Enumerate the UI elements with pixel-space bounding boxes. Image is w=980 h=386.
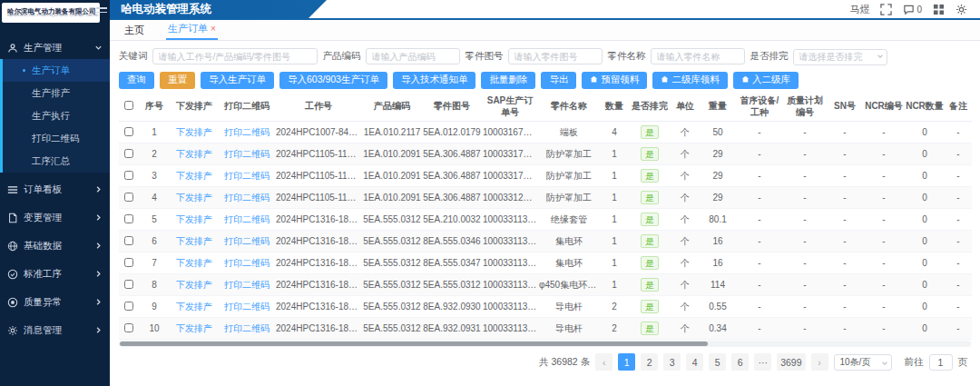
column-header[interactable]: SAP生产订单号 bbox=[482, 93, 538, 122]
column-header[interactable]: 首序设备/工种 bbox=[736, 93, 783, 122]
issue-scheduling-link[interactable]: 下发排产 bbox=[176, 214, 212, 224]
row-checkbox[interactable] bbox=[124, 127, 133, 136]
page-button-4[interactable]: 4 bbox=[686, 353, 703, 371]
print-qrcode-link[interactable]: 打印二维码 bbox=[224, 258, 270, 268]
重置-button[interactable]: 重置 bbox=[160, 72, 195, 89]
filter-input-关键词[interactable] bbox=[152, 48, 318, 64]
next-page-button[interactable]: › bbox=[811, 353, 828, 371]
row-checkbox[interactable] bbox=[124, 280, 133, 289]
column-header[interactable]: NCR数量 bbox=[905, 93, 945, 122]
issue-scheduling-link[interactable]: 下发排产 bbox=[176, 127, 212, 137]
sidebar-group-生产管理[interactable]: 生产管理 bbox=[0, 36, 110, 59]
row-checkbox[interactable] bbox=[124, 236, 133, 245]
issue-scheduling-link[interactable]: 下发排产 bbox=[176, 258, 212, 268]
page-button-3699[interactable]: 3699 bbox=[777, 353, 805, 371]
column-header[interactable]: 工作号 bbox=[275, 93, 362, 122]
row-checkbox[interactable] bbox=[124, 214, 133, 223]
row-checkbox[interactable] bbox=[124, 149, 133, 158]
print-qrcode-link[interactable]: 打印二维码 bbox=[224, 214, 270, 224]
查询-button[interactable]: 查询 bbox=[119, 72, 154, 89]
预留领料-button[interactable]: 预留领料 bbox=[582, 72, 647, 89]
sidebar-item-生产排产[interactable]: 生产排产 bbox=[3, 82, 110, 104]
sidebar-group-质量异常[interactable]: 质量异常 bbox=[0, 291, 110, 313]
filter-input-产品编码[interactable] bbox=[366, 48, 460, 64]
settings-gear-icon[interactable] bbox=[956, 4, 967, 15]
sidebar-item-打印二维码[interactable]: 打印二维码 bbox=[3, 127, 110, 150]
row-checkbox[interactable] bbox=[124, 302, 133, 311]
row-checkbox[interactable] bbox=[124, 171, 133, 180]
tab-主页[interactable]: 主页 bbox=[122, 21, 146, 40]
issue-scheduling-link[interactable]: 下发排产 bbox=[176, 323, 212, 333]
cell-sn: - bbox=[827, 144, 863, 165]
sidebar-group-标准工序[interactable]: 标准工序 bbox=[0, 262, 110, 285]
导入生产订单-button[interactable]: 导入生产订单 bbox=[201, 72, 274, 89]
fullscreen-icon[interactable] bbox=[880, 4, 892, 15]
column-header[interactable]: NCR编号 bbox=[863, 93, 905, 122]
issue-scheduling-link[interactable]: 下发排产 bbox=[176, 236, 212, 246]
user-name[interactable]: 马煜 bbox=[849, 3, 869, 16]
sidebar-item-工序汇总[interactable]: 工序汇总 bbox=[3, 150, 110, 173]
messages-button[interactable]: 0 bbox=[903, 4, 922, 15]
filter-select-是否排完[interactable] bbox=[793, 49, 887, 65]
导入技术通知单-button[interactable]: 导入技术通知单 bbox=[393, 72, 476, 89]
prev-page-button[interactable]: ‹ bbox=[595, 353, 612, 371]
issue-scheduling-link[interactable]: 下发排产 bbox=[176, 280, 212, 290]
column-header[interactable]: SN号 bbox=[827, 93, 863, 122]
批量删除-button[interactable]: 批量删除 bbox=[481, 72, 535, 89]
horizontal-scrollbar[interactable] bbox=[119, 341, 971, 347]
sidebar-collapse-icon[interactable] bbox=[96, 7, 107, 13]
page-button-5[interactable]: 5 bbox=[709, 353, 726, 371]
sidebar-item-生产订单[interactable]: 生产订单 bbox=[3, 59, 110, 82]
page-button-6[interactable]: 6 bbox=[731, 353, 749, 371]
column-header[interactable]: 打印二维码 bbox=[219, 93, 275, 122]
column-header[interactable]: 序号 bbox=[139, 93, 170, 122]
print-qrcode-link[interactable]: 打印二维码 bbox=[224, 302, 270, 312]
page-button-3[interactable]: 3 bbox=[663, 353, 681, 371]
goto-page-input[interactable] bbox=[929, 354, 953, 371]
column-header[interactable]: 下发排产 bbox=[170, 93, 219, 122]
入二级库-button[interactable]: 入二级库 bbox=[733, 72, 799, 89]
row-checkbox[interactable] bbox=[124, 258, 133, 267]
cell-quality_plan_no: - bbox=[783, 231, 827, 252]
column-header[interactable]: 单位 bbox=[671, 93, 700, 122]
导出-button[interactable]: 导出 bbox=[541, 72, 576, 89]
filter-input-零件名称[interactable] bbox=[651, 48, 745, 64]
page-button-1[interactable]: 1 bbox=[618, 353, 635, 371]
print-qrcode-link[interactable]: 打印二维码 bbox=[224, 280, 270, 290]
print-qrcode-link[interactable]: 打印二维码 bbox=[224, 193, 270, 203]
issue-scheduling-link[interactable]: 下发排产 bbox=[176, 171, 212, 181]
column-header[interactable]: 备注 bbox=[945, 93, 972, 122]
column-header[interactable]: 是否排完 bbox=[629, 93, 671, 122]
page-button-2[interactable]: 2 bbox=[641, 353, 658, 371]
sidebar-item-生产执行[interactable]: 生产执行 bbox=[3, 104, 110, 127]
column-header[interactable]: 重量 bbox=[700, 93, 736, 122]
tab-close-icon[interactable]: × bbox=[211, 25, 216, 34]
sidebar-group-基础数据[interactable]: 基础数据 bbox=[0, 234, 110, 257]
二级库领料-button[interactable]: 二级库领料 bbox=[652, 72, 728, 89]
issue-scheduling-link[interactable]: 下发排产 bbox=[176, 302, 212, 312]
tab-生产订单[interactable]: 生产订单× bbox=[166, 19, 218, 40]
column-header[interactable]: 零件名称 bbox=[538, 93, 600, 122]
sidebar-group-订单看板[interactable]: 订单看板 bbox=[0, 178, 110, 201]
filter-input-零件图号[interactable] bbox=[508, 48, 603, 64]
select-all-checkbox[interactable] bbox=[124, 101, 133, 110]
print-qrcode-link[interactable]: 打印二维码 bbox=[224, 171, 270, 181]
cell-ncr_no: - bbox=[863, 187, 905, 209]
scrollbar-thumb[interactable] bbox=[120, 341, 708, 346]
row-checkbox[interactable] bbox=[124, 193, 133, 202]
issue-scheduling-link[interactable]: 下发排产 bbox=[176, 193, 212, 203]
print-qrcode-link[interactable]: 打印二维码 bbox=[224, 323, 270, 333]
column-header[interactable]: 数量 bbox=[600, 93, 629, 122]
column-header[interactable]: 产品编码 bbox=[362, 93, 422, 122]
issue-scheduling-link[interactable]: 下发排产 bbox=[176, 149, 212, 159]
row-checkbox[interactable] bbox=[124, 323, 133, 332]
column-header[interactable]: 质量计划编号 bbox=[783, 93, 827, 122]
sidebar-group-消息管理[interactable]: 消息管理 bbox=[0, 319, 110, 341]
print-qrcode-link[interactable]: 打印二维码 bbox=[224, 127, 270, 137]
apps-grid-icon[interactable] bbox=[933, 4, 945, 15]
column-header[interactable]: 零件图号 bbox=[422, 93, 482, 122]
sidebar-group-变更管理[interactable]: 变更管理 bbox=[0, 206, 110, 229]
导入603/903生产订单-button[interactable]: 导入603/903生产订单 bbox=[279, 72, 387, 89]
print-qrcode-link[interactable]: 打印二维码 bbox=[224, 236, 270, 246]
print-qrcode-link[interactable]: 打印二维码 bbox=[224, 149, 270, 159]
